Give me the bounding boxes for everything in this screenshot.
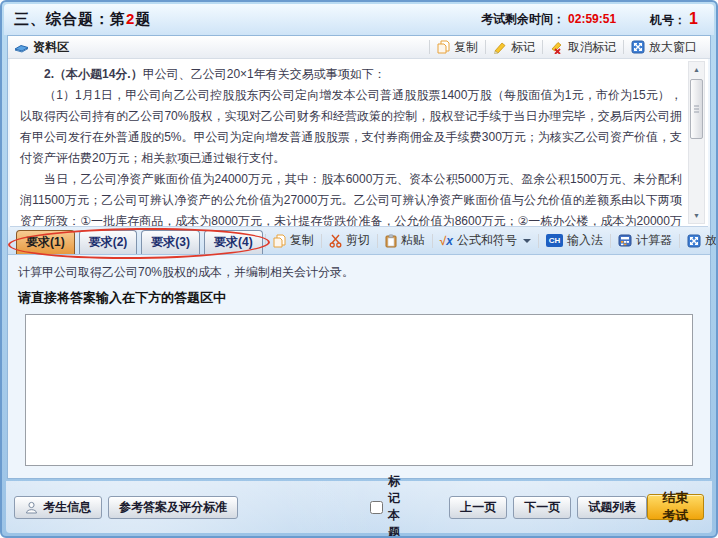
book-icon — [14, 41, 29, 54]
answer-instruction: 请直接将答案输入在下方的答题区中 — [18, 289, 700, 307]
remaining-time: 考试剩余时间：02:59:51 — [481, 11, 616, 28]
timer-value: 02:59:51 — [568, 12, 616, 26]
formula-icon: √√xx — [440, 234, 453, 248]
material-header: 资料区 复制 标记 取消标记 放大窗口 — [8, 36, 710, 59]
scissors-icon — [329, 234, 342, 248]
paste-button[interactable]: 粘贴 — [378, 227, 432, 254]
answer-enlarge-window-button[interactable]: 放大窗口 — [680, 227, 718, 254]
highlighter-icon — [493, 41, 507, 54]
answer-toolbar: 复制 剪切 粘贴 √√xx 公式和符号 — [265, 227, 718, 254]
footer-bar: 考生信息 参考答案及评分标准 标记本题 上一页 下一页 试题列表 结束考试 — [6, 481, 712, 533]
tab-requirement-4[interactable]: 要求(4) — [204, 230, 263, 254]
machine-value: 1 — [689, 10, 698, 27]
tab-requirement-3[interactable]: 要求(3) — [141, 230, 200, 254]
mark-button[interactable]: 标记 — [486, 37, 542, 57]
scroll-up-icon[interactable]: ▲ — [689, 62, 704, 77]
enlarge-window-button[interactable]: 放大窗口 — [624, 37, 704, 57]
page-nav-group: 上一页 下一页 试题列表 — [449, 496, 647, 519]
machine-number: 机号：1 — [650, 10, 698, 29]
main-panel: 资料区 复制 标记 取消标记 放大窗口 — [7, 35, 711, 479]
tab-requirement-2[interactable]: 要求(2) — [79, 230, 138, 254]
task-text: 计算甲公司取得乙公司70%股权的成本，并编制相关会计分录。 — [18, 264, 700, 281]
calculator-icon — [618, 234, 632, 247]
exam-window: 三、综合题：第2题 考试剩余时间：02:59:51 机号：1 资料区 复制 标记 — [0, 0, 718, 538]
scrollbar-thumb[interactable] — [690, 79, 703, 139]
prev-page-button[interactable]: 上一页 — [449, 496, 507, 519]
person-icon — [25, 501, 38, 514]
material-paragraph-2: （1）1月1日，甲公司向乙公司控股股东丙公司定向增发本公司普通股股票1400万股… — [20, 85, 682, 169]
reference-answer-button[interactable]: 参考答案及评分标准 — [108, 496, 238, 519]
copy-button[interactable]: 复制 — [430, 37, 485, 57]
copy-icon — [273, 234, 286, 248]
mark-question-checkbox[interactable] — [370, 501, 383, 514]
enlarge-window-icon — [631, 40, 645, 54]
answer-section: 计算甲公司取得乙公司70%股权的成本，并编制相关会计分录。 请直接将答案输入在下… — [8, 255, 710, 466]
requirement-tab-bar: 要求(1) 要求(2) 要求(3) 要求(4) 复制 剪切 粘贴 — [8, 227, 710, 255]
copy-icon — [437, 40, 450, 54]
mark-question-label: 标记本题 — [388, 473, 409, 538]
clipboard-icon — [385, 234, 397, 248]
next-page-button[interactable]: 下一页 — [513, 496, 571, 519]
material-scrollbar[interactable]: ▲ ▼ — [688, 61, 705, 224]
tab-requirement-1[interactable]: 要求(1) — [16, 230, 75, 254]
material-paragraph-1: 2.（本小题14分.）甲公司、乙公司20×1年有关交易或事项如下： — [20, 64, 682, 85]
enlarge-window-icon — [687, 234, 701, 248]
page-title: 三、综合题：第2题 — [14, 10, 151, 29]
chevron-down-icon — [523, 239, 531, 243]
unmark-icon — [550, 41, 564, 54]
question-number: 2 — [126, 10, 135, 27]
answer-textarea[interactable] — [25, 314, 693, 466]
material-title: 资料区 — [33, 39, 69, 56]
mark-question-group: 标记本题 — [370, 473, 409, 538]
scroll-down-icon[interactable]: ▼ — [689, 208, 704, 223]
candidate-info-button[interactable]: 考生信息 — [14, 496, 102, 519]
end-exam-button[interactable]: 结束考试 — [647, 494, 704, 520]
material-text-area: 2.（本小题14分.）甲公司、乙公司20×1年有关交易或事项如下： （1）1月1… — [10, 59, 708, 227]
answer-copy-button[interactable]: 复制 — [266, 227, 321, 254]
calculator-button[interactable]: 计算器 — [611, 227, 679, 254]
input-method-button[interactable]: CH 输入法 — [539, 227, 610, 254]
ime-icon: CH — [546, 234, 563, 247]
unmark-button[interactable]: 取消标记 — [543, 37, 623, 57]
formula-symbols-button[interactable]: √√xx 公式和符号 — [433, 227, 538, 254]
question-list-button[interactable]: 试题列表 — [577, 496, 647, 519]
title-bar: 三、综合题：第2题 考试剩余时间：02:59:51 机号：1 — [4, 4, 714, 35]
cut-button[interactable]: 剪切 — [322, 227, 377, 254]
material-paragraph-3: 当日，乙公司净资产账面价值为24000万元，其中：股本6000万元、资本公积50… — [20, 169, 682, 227]
